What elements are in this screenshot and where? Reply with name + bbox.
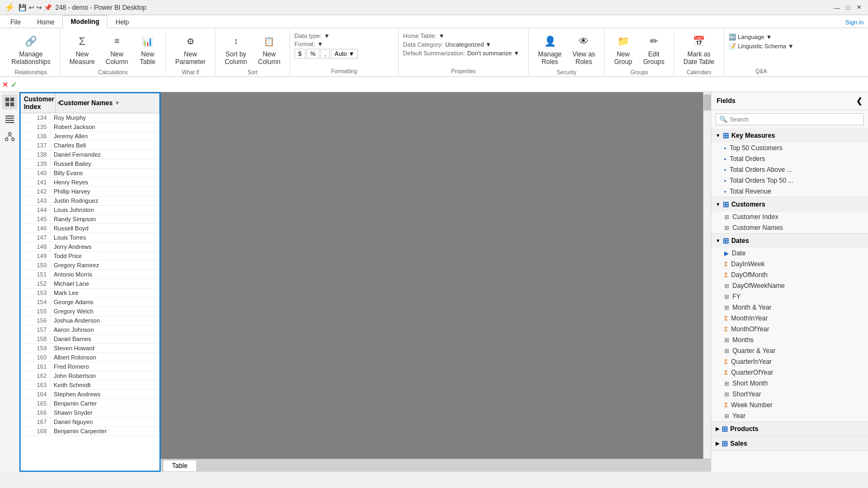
table-row[interactable]: 136 Jeremy Allen xyxy=(21,132,159,141)
save-icon[interactable]: 💾 xyxy=(18,4,27,11)
canvas-scroll-thumb[interactable] xyxy=(704,94,711,111)
new-measure-button[interactable]: Σ NewMeasure xyxy=(65,30,100,68)
auto-button[interactable]: Auto ▼ xyxy=(331,49,359,59)
default-sum-dropdown[interactable]: Don't summarize ▼ xyxy=(467,50,519,56)
comma-button[interactable]: , xyxy=(321,49,330,59)
table-row[interactable]: 164 Stephen Andrews xyxy=(21,390,159,399)
field-total-revenue[interactable]: ▪ Total Revenue xyxy=(711,186,868,197)
undo-icon[interactable]: ↩ xyxy=(29,4,34,11)
table-row[interactable]: 148 Jerry Andrews xyxy=(21,242,159,252)
field-year[interactable]: ⊞ Year xyxy=(711,410,868,421)
field-total-orders[interactable]: ▪ Total Orders xyxy=(711,153,868,164)
table-row[interactable]: 143 Justin Rodriguez xyxy=(21,196,159,206)
table-row[interactable]: 155 Gregory Welch xyxy=(21,307,159,316)
table-row[interactable]: 152 Michael Lane xyxy=(21,279,159,288)
table-row[interactable]: 163 Keith Schmidt xyxy=(21,381,159,390)
format-dropdown[interactable]: ▼ xyxy=(317,41,323,47)
signin-link[interactable]: Sign in xyxy=(841,17,868,28)
table-row[interactable]: 160 Albert Robinson xyxy=(21,353,159,362)
field-shortyear[interactable]: ⊞ ShortYear xyxy=(711,389,868,400)
datatype-dropdown[interactable]: ▼ xyxy=(324,33,330,39)
table-row[interactable]: 138 Daniel Fernandez xyxy=(21,150,159,159)
edit-groups-button[interactable]: ✏ EditGroups xyxy=(638,30,669,68)
table-row[interactable]: 157 Aaron Johnson xyxy=(21,325,159,335)
field-quarterinyear[interactable]: Σ QuarterInYear xyxy=(711,356,868,367)
tab-help[interactable]: Help xyxy=(107,16,137,28)
close-button[interactable]: ✕ xyxy=(854,3,864,12)
sort-by-column-button[interactable]: ↕ Sort byColumn xyxy=(220,30,252,68)
table-row[interactable]: 167 Daniel Nguyen xyxy=(21,418,159,427)
table-row[interactable]: 162 John Robertson xyxy=(21,371,159,381)
field-week-number[interactable]: Σ Week Number xyxy=(711,400,868,410)
table-row[interactable]: 166 Shawn Snyder xyxy=(21,408,159,418)
currency-button[interactable]: $ xyxy=(295,49,305,59)
section-sales-header[interactable]: ▶ ⊞ Sales xyxy=(711,436,868,451)
table-row[interactable]: 147 Louis Torres xyxy=(21,233,159,242)
field-date[interactable]: ▶ Date xyxy=(711,248,868,259)
minimize-button[interactable]: — xyxy=(832,3,842,12)
formula-confirm-button[interactable]: ✓ xyxy=(11,80,17,89)
page-tab[interactable]: Table xyxy=(163,460,197,471)
table-row[interactable]: 159 Steven Howard xyxy=(21,344,159,353)
field-total-orders-above[interactable]: ▪ Total Orders Above ... xyxy=(711,164,868,175)
new-parameter-button[interactable]: ⚙ NewParameter xyxy=(170,30,210,68)
pin-icon[interactable]: 📌 xyxy=(44,4,52,11)
table-row[interactable]: 151 Antonio Morris xyxy=(21,270,159,279)
manage-relationships-button[interactable]: 🔗 ManageRelationships xyxy=(7,30,55,68)
new-column-sort-button[interactable]: 📋 NewColumn xyxy=(253,30,285,68)
table-row[interactable]: 142 Phillip Harvey xyxy=(21,187,159,196)
field-quarter-year[interactable]: ⊞ Quarter & Year xyxy=(711,345,868,356)
manage-roles-button[interactable]: 👤 ManageRoles xyxy=(533,30,566,68)
new-group-button[interactable]: 📁 NewGroup xyxy=(609,30,637,68)
field-dayofweekname[interactable]: ⊞ DayOfWeekName xyxy=(711,280,868,291)
table-row[interactable]: 161 Fred Romero xyxy=(21,362,159,371)
table-row[interactable]: 137 Charles Bell xyxy=(21,141,159,150)
table-row[interactable]: 144 Louis Johnston xyxy=(21,206,159,215)
table-row[interactable]: 135 Robert Jackson xyxy=(21,123,159,132)
tab-modeling[interactable]: Modeling xyxy=(62,15,107,28)
field-short-month[interactable]: ⊞ Short Month xyxy=(711,378,868,389)
section-products-header[interactable]: ▶ ⊞ Products xyxy=(711,422,868,436)
home-table-dropdown[interactable]: ▼ xyxy=(438,33,444,39)
field-total-orders-top50[interactable]: ▪ Total Orders Top 50 ... xyxy=(711,175,868,186)
field-monthinyear[interactable]: Σ MonthInYear xyxy=(711,313,868,324)
sidebar-data-view[interactable] xyxy=(2,112,17,127)
section-dates-header[interactable]: ▼ ⊞ Dates xyxy=(711,234,868,248)
field-monthofyear[interactable]: Σ MonthOfYear xyxy=(711,324,868,335)
table-row[interactable]: 156 Joshua Anderson xyxy=(21,316,159,325)
field-dayofmonth[interactable]: Σ DayOfMonth xyxy=(711,269,868,280)
new-table-button[interactable]: 📊 NewTable xyxy=(134,30,161,68)
table-row[interactable]: 146 Russell Boyd xyxy=(21,224,159,233)
title-bar-controls[interactable]: — □ ✕ xyxy=(832,3,864,12)
names-filter-icon[interactable]: ▼ xyxy=(115,100,120,106)
table-row[interactable]: 158 Daniel Barnes xyxy=(21,335,159,344)
table-row[interactable]: 150 Gregory Ramirez xyxy=(21,261,159,270)
table-row[interactable]: 165 Benjamin Carter xyxy=(21,399,159,408)
field-month-year[interactable]: ⊞ Month & Year xyxy=(711,302,868,313)
percent-button[interactable]: % xyxy=(307,49,320,59)
linguistic-schema-dropdown[interactable]: 📝 Linguistic Schema ▼ xyxy=(729,43,794,50)
tab-home[interactable]: Home xyxy=(29,16,62,28)
tab-file[interactable]: File xyxy=(2,16,29,28)
table-row[interactable]: 149 Todd Price xyxy=(21,252,159,261)
maximize-button[interactable]: □ xyxy=(843,3,853,12)
field-customer-names[interactable]: ⊞ Customer Names xyxy=(711,222,868,233)
redo-icon[interactable]: ↪ xyxy=(36,4,42,11)
table-row[interactable]: 141 Henry Reyes xyxy=(21,178,159,187)
field-fy[interactable]: ⊞ FY xyxy=(711,291,868,302)
canvas-scrollbar[interactable] xyxy=(703,92,711,459)
table-row[interactable]: 139 Russell Bailey xyxy=(21,159,159,169)
table-row[interactable]: 168 Benjamin Carpenter xyxy=(21,427,159,436)
formula-cancel-button[interactable]: ✕ xyxy=(2,80,9,89)
field-quarterofyear[interactable]: Σ QuarterOfYear xyxy=(711,367,868,378)
sidebar-model-view[interactable] xyxy=(2,129,17,144)
section-customers-header[interactable]: ▼ ⊞ Customers xyxy=(711,197,868,211)
sidebar-report-view[interactable] xyxy=(2,94,17,110)
column-header-names[interactable]: Customer Names ▼ xyxy=(56,93,159,113)
fields-collapse-icon[interactable]: ❮ xyxy=(856,97,863,105)
column-header-index[interactable]: Customer Index ▼ xyxy=(21,93,56,113)
section-key-measures-header[interactable]: ▼ ⊞ Key Measures xyxy=(711,129,868,143)
language-dropdown[interactable]: 🔤 Language ▼ xyxy=(729,34,794,41)
view-as-roles-button[interactable]: 👁 View asRoles xyxy=(567,30,600,68)
table-row[interactable]: 154 George Adams xyxy=(21,298,159,307)
